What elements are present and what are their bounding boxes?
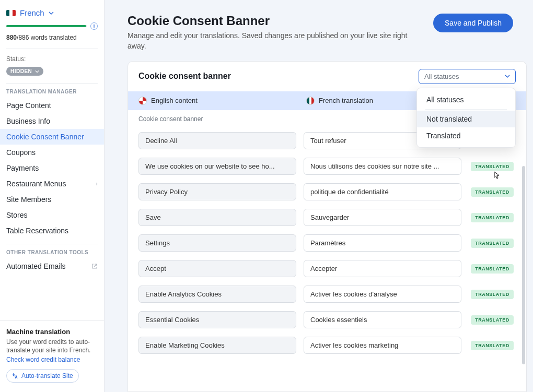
chevron-down-icon [35,69,39,74]
nav-restaurant-menus[interactable]: Restaurant Menus› [0,176,104,192]
status-badge-cell: TRANSLATED [469,340,516,350]
panel-title: Cookie consent banner [138,72,231,81]
status-badge: TRANSLATED [471,341,513,350]
language-selector[interactable]: French [0,6,104,22]
source-cell: Decline All [138,132,296,149]
status-filter-trigger[interactable]: All statuses [419,69,516,84]
save-publish-button[interactable]: Save and Publish [433,14,513,32]
status-badge: TRANSLATED [471,264,513,274]
translation-cell[interactable]: Cookies essentiels [304,311,461,328]
translation-text: Activer les cookies marketing [304,337,461,354]
nav-stores[interactable]: Stores [0,207,104,223]
status-filter-value: All statuses [424,73,459,80]
translation-cell[interactable]: Activer les cookies d'analyse [304,286,461,303]
translation-text: politique de confidentialité [304,183,461,200]
credit-balance-link[interactable]: Check word credit balance [6,356,80,363]
dropdown-not-translated[interactable]: Not translated [417,111,515,127]
nav-business-info[interactable]: Business Info [0,113,104,129]
translation-row: Enable Marketing CookiesActiver les cook… [128,332,526,358]
status-badge: TRANSLATED [471,213,513,222]
translation-row: Privacy Policypolitique de confidentiali… [128,179,526,205]
translation-text: Sauvegarder [304,209,461,226]
dropdown-translated[interactable]: Translated [417,127,515,144]
translation-cell[interactable]: Accepter [304,260,461,277]
dropdown-all-statuses[interactable]: All statuses [417,91,515,108]
chevron-down-icon [505,74,510,79]
source-cell: We use cookies on our website to see ho.… [138,158,296,175]
words-total: 886 [18,34,29,41]
nav-payments[interactable]: Payments [0,160,104,176]
source-cell: Enable Marketing Cookies [138,337,296,354]
nav-site-members[interactable]: Site Members [0,192,104,207]
status-badge: TRANSLATED [471,315,513,325]
status-badge: TRANSLATED [471,187,513,197]
status-badge-cell: TRANSLATED [469,263,516,274]
status-badge-cell: TRANSLATED [469,186,516,197]
source-cell: Enable Analytics Cookies [138,286,296,303]
status-badge-cell: TRANSLATED [469,161,516,171]
source-text: Enable Marketing Cookies [138,337,296,354]
machine-desc: Use your word credits to auto-translate … [6,338,98,354]
nav-cookie-consent[interactable]: Cookie Consent Banner [0,129,104,145]
source-cell: Settings [138,234,296,252]
status-label: Status: [0,49,104,66]
status-pill[interactable]: HIDDEN [6,67,43,76]
status-badge: TRANSLATED [471,239,513,248]
nav-table-reservations[interactable]: Table Reservations [0,223,104,239]
language-name: French [20,8,44,17]
main-header: Cookie Consent Banner Manage and edit yo… [105,10,527,61]
machine-title: Machine translation [6,328,98,336]
source-cell: Privacy Policy [138,183,296,200]
translation-cell[interactable]: Activer les cookies marketing [304,337,461,354]
translation-cell[interactable]: politique de confidentialité [304,183,461,200]
progress-bar [6,25,87,27]
info-icon[interactable]: i [90,22,98,30]
source-cell: Accept [138,260,296,277]
flag-fr-icon [6,10,16,16]
nav-automated-emails[interactable]: Automated Emails [0,258,104,274]
words-count: 880 [6,34,17,41]
translation-row: SaveSauvegarderTRANSLATED [128,205,526,230]
col-translation-label: French translation [319,97,373,104]
scrollbar[interactable] [522,166,525,364]
source-text: We use cookies on our website to see ho.… [138,158,296,175]
external-link-icon [91,263,98,269]
source-text: Privacy Policy [138,183,296,200]
source-text: Settings [138,234,296,252]
status-value: HIDDEN [10,68,32,74]
words-translated: 880/886 words translated [0,30,104,49]
auto-translate-button[interactable]: Auto-translate Site [6,369,79,383]
status-badge-cell: TRANSLATED [469,289,516,299]
nav-coupons[interactable]: Coupons [0,145,104,160]
col-source-label: English content [151,97,198,104]
status-badge: TRANSLATED [471,162,513,171]
status-badge-cell: TRANSLATED [469,314,516,325]
chevron-down-icon [49,10,54,16]
translation-text: Cookies essentiels [304,311,461,328]
source-text: Decline All [138,132,296,149]
translation-row: SettingsParamètresTRANSLATED [128,230,526,256]
words-label: words translated [31,34,77,41]
translation-cell[interactable]: Paramètres [304,234,461,252]
translation-panel: Cookie consent banner All statuses All s… [128,61,527,392]
section-other: OTHER TRANSLATION TOOLS [0,244,104,258]
nav-page-content[interactable]: Page Content [0,98,104,113]
translation-row: Essential CookiesCookies essentielsTRANS… [128,307,526,332]
progress-fill [6,25,86,27]
machine-translation-box: Machine translation Use your word credit… [0,320,104,392]
sidebar-upper: French i 880/886 words translated Status… [0,0,104,320]
translation-cell[interactable]: Sauvegarder [304,209,461,226]
source-text: Save [138,209,296,226]
translation-row: AcceptAccepterTRANSLATED [128,256,526,281]
flag-fr-icon [306,97,315,105]
status-badge-cell: TRANSLATED [469,212,516,222]
translation-text: Accepter [304,260,461,277]
translation-text: Nous utilisons des cookies sur notre sit… [304,158,461,175]
rows-container: Decline AllTout refuserTRANSLATEDWe use … [128,128,526,391]
status-dropdown: All statuses Not translated Translated [416,88,516,148]
translate-icon [12,373,18,379]
translation-cell[interactable]: Nous utilisons des cookies sur notre sit… [304,158,461,175]
panel-top: Cookie consent banner All statuses All s… [128,62,526,91]
status-filter: All statuses All statuses Not translated… [419,69,516,84]
translation-row: Enable Analytics CookiesActiver les cook… [128,281,526,307]
